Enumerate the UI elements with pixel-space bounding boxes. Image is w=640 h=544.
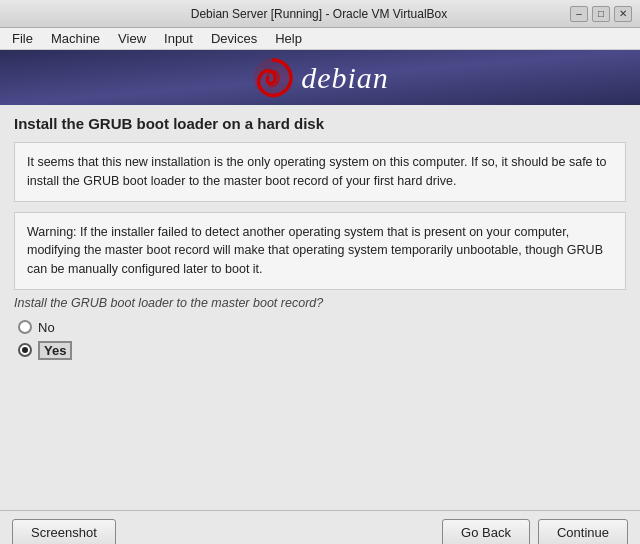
window-controls: – □ ✕ xyxy=(570,6,632,22)
window-title: Debian Server [Running] - Oracle VM Virt… xyxy=(68,7,570,21)
maximize-button[interactable]: □ xyxy=(592,6,610,22)
close-button[interactable]: ✕ xyxy=(614,6,632,22)
radio-label-yes: Yes xyxy=(38,341,72,360)
menu-devices[interactable]: Devices xyxy=(203,29,265,48)
menu-file[interactable]: File xyxy=(4,29,41,48)
radio-button-no[interactable] xyxy=(18,320,32,334)
menu-machine[interactable]: Machine xyxy=(43,29,108,48)
menu-view[interactable]: View xyxy=(110,29,154,48)
minimize-button[interactable]: – xyxy=(570,6,588,22)
radio-group: No Yes xyxy=(18,320,626,360)
question-label: Install the GRUB boot loader to the mast… xyxy=(14,296,626,310)
vm-screen: debian Install the GRUB boot loader on a… xyxy=(0,50,640,510)
menu-input[interactable]: Input xyxy=(156,29,201,48)
warning-text: Warning: If the installer failed to dete… xyxy=(27,225,603,277)
menu-bar: File Machine View Input Devices Help xyxy=(0,28,640,50)
warning-box: Warning: If the installer failed to dete… xyxy=(14,212,626,290)
page-title: Install the GRUB boot loader on a hard d… xyxy=(14,115,626,132)
radio-option-yes[interactable]: Yes xyxy=(18,341,626,360)
info-box: It seems that this new installation is t… xyxy=(14,142,626,202)
debian-logo-text: debian xyxy=(301,61,389,95)
menu-help[interactable]: Help xyxy=(267,29,310,48)
radio-option-no[interactable]: No xyxy=(18,320,626,335)
radio-label-no: No xyxy=(38,320,55,335)
go-back-button[interactable]: Go Back xyxy=(442,519,530,545)
title-bar: Debian Server [Running] - Oracle VM Virt… xyxy=(0,0,640,28)
debian-header: debian xyxy=(0,50,640,105)
debian-logo: debian xyxy=(251,56,389,100)
content-area: Install the GRUB boot loader on a hard d… xyxy=(0,105,640,510)
debian-swirl-icon xyxy=(251,56,295,100)
continue-button[interactable]: Continue xyxy=(538,519,628,545)
bottom-bar: Screenshot Go Back Continue xyxy=(0,510,640,544)
info-text: It seems that this new installation is t… xyxy=(27,155,606,188)
screenshot-button[interactable]: Screenshot xyxy=(12,519,116,545)
radio-button-yes[interactable] xyxy=(18,343,32,357)
